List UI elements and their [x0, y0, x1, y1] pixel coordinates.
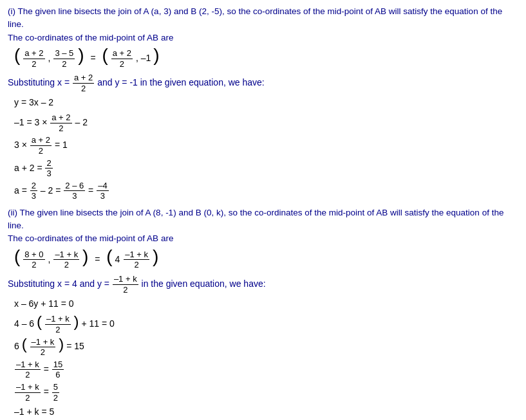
part-ii-coords-label: The co-ordinates of the mid-point of AB …: [8, 232, 518, 245]
eq-ii-3: 6 ( –1 + k 2 ) = 15: [14, 336, 518, 357]
eq-sub-2: 3 × a + 2 2 = 1: [14, 135, 518, 156]
subst-i-label: Substituting x = a + 2 2 and y = -1 in t…: [8, 73, 518, 93]
part-ii-intro: (ii) The given line bisects the join of …: [8, 206, 518, 233]
eq-sub-4: a = 2 3 – 2 = 2 – 6 3 = –4 3: [14, 181, 518, 201]
eq-sub-1: –1 = 3 × a + 2 2 – 2: [14, 113, 518, 133]
eq-ii-4: –1 + k 2 = 15 6: [14, 360, 518, 380]
eq-ii-1: x – 6y + 11 = 0: [14, 297, 518, 312]
midpoint-formula-ii: ( 8 + 0 2 , –1 + k 2 ) = ( 4 –1 + k 2 ): [14, 248, 518, 270]
eq-sub-3: a + 2 = 2 3: [14, 158, 518, 179]
eq-ii-6: –1 + k = 5: [14, 405, 518, 420]
eq-y-3x-2: y = 3x – 2: [14, 95, 518, 111]
part-i-intro-text: (i) The given line bisects the join of A…: [8, 6, 502, 29]
midpoint-formula-i: ( a + 2 2 , 3 – 5 2 ) = ( a + 2 2 , –1 ): [14, 46, 518, 69]
eq-ii-2: 4 – 6 ( –1 + k 2 ) + 11 = 0: [14, 314, 518, 334]
subst-ii-label: Substituting x = 4 and y = –1 + k 2 in t…: [8, 274, 518, 295]
eq-ii-5: –1 + k 2 = 5 2: [14, 382, 518, 403]
part-i-intro: (i) The given line bisects the join of A…: [8, 5, 518, 32]
part-i-coords-label: The co-ordinates of the mid-point of AB …: [8, 32, 518, 44]
main-content: (i) The given line bisects the join of A…: [8, 5, 518, 420]
